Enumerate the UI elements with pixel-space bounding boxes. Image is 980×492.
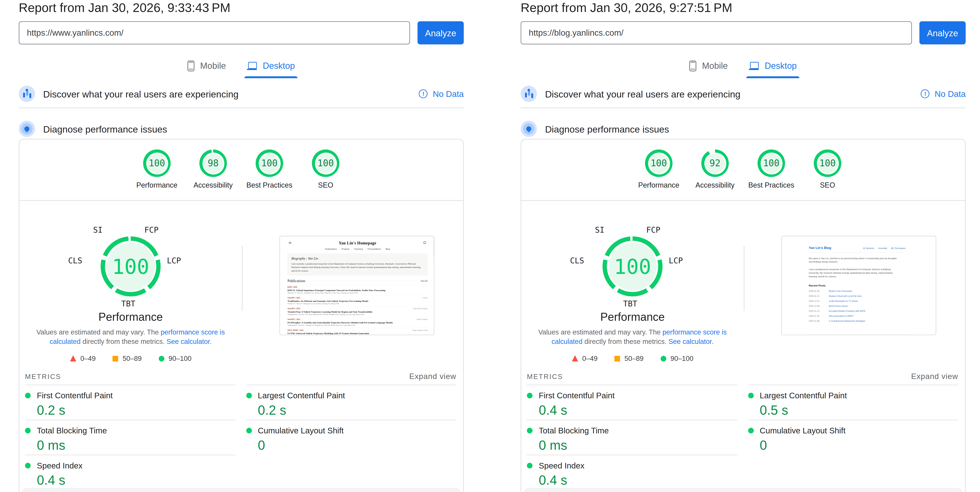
- score-ring: 100: [814, 150, 842, 177]
- metric-name: Largest Contentful Paint: [760, 391, 847, 400]
- screenshot-column: ✉ Yan Lin's Homepage Publications Projec…: [242, 201, 464, 371]
- score-seo[interactable]: 100 SEO: [298, 150, 354, 189]
- metric-name: Speed Index: [539, 461, 584, 470]
- page-screenshot-thumbnail[interactable]: ✉ Yan Lin's Homepage Publications Projec…: [279, 236, 434, 335]
- category-scores: 100 Performance 92 Accessibility 100 Bes…: [521, 150, 965, 189]
- url-input[interactable]: [19, 21, 410, 45]
- homepage-mini-preview: ✉ Yan Lin's Homepage Publications Projec…: [280, 236, 434, 335]
- see-calculator-link[interactable]: See calculator.: [668, 338, 713, 345]
- metrics-header-row: METRICS Expand view: [25, 372, 456, 381]
- see-calculator-link[interactable]: See calculator.: [167, 338, 212, 345]
- performance-gauge[interactable]: SI FCP LCP CLS TBT 100: [564, 230, 701, 324]
- next-section-bar[interactable]: [22, 488, 461, 492]
- tab-mobile[interactable]: Mobile: [688, 55, 729, 77]
- tab-desktop[interactable]: Desktop: [246, 55, 296, 77]
- legend-range: 90–100: [670, 355, 693, 362]
- expand-view-button[interactable]: Expand view: [911, 372, 958, 381]
- legend-range: 0–49: [582, 355, 598, 362]
- green-circle-icon: [159, 355, 164, 361]
- score-seo[interactable]: 100 SEO: [799, 150, 856, 189]
- mini-intro-paragraph: My name is Yan Lin, and this is my perso…: [809, 257, 898, 264]
- mini-recent-posts-heading: Recent Posts: [809, 284, 906, 287]
- score-ring: 100: [312, 150, 339, 177]
- score-best-practices[interactable]: 100 Best Practices: [743, 150, 799, 189]
- score-performance[interactable]: 100 Performance: [129, 150, 185, 189]
- url-input[interactable]: [520, 21, 912, 45]
- mini-intro-paragraph: I am a postdoctoral researcher in the De…: [809, 268, 898, 278]
- no-data-link[interactable]: ! No Data: [419, 89, 464, 99]
- gauge-score: 100: [603, 236, 662, 296]
- lighthouse-report-card: 100 Performance 98 Accessibility 100 Bes…: [19, 139, 464, 492]
- analyze-button[interactable]: Analyze: [418, 21, 464, 45]
- laptop-icon: [749, 62, 759, 70]
- legend-average: 50–89: [113, 355, 142, 362]
- score-label: SEO: [820, 181, 835, 189]
- metric-acronym-cls: CLS: [570, 256, 584, 265]
- score-legend: 0–49 50–89 90–100: [521, 355, 744, 362]
- mini-publication: NeurIPS | 2025Poster Preprint PLMTrajRec…: [288, 317, 428, 326]
- mini-nav-item: Projects: [342, 248, 350, 250]
- pass-dot-icon: [527, 428, 533, 433]
- lab-data-row: Diagnose performance issues: [19, 120, 464, 137]
- field-section-heading: Discover what your real users are experi…: [545, 88, 741, 99]
- url-row: Analyze: [520, 21, 966, 45]
- tab-desktop[interactable]: Desktop: [748, 55, 798, 77]
- gauge-ring: 100: [100, 236, 161, 296]
- score-value: 100: [143, 150, 170, 177]
- category-scores: 100 Performance 98 Accessibility 100 Bes…: [19, 150, 463, 189]
- active-tab-underline: [245, 76, 298, 78]
- red-triangle-icon: [70, 355, 76, 361]
- analyze-button[interactable]: Analyze: [920, 21, 966, 45]
- page-screenshot-thumbnail[interactable]: Yan Lin's Blog AI Systems Homelab ML Tec…: [781, 236, 936, 335]
- mini-footer: Homepage GitHub Email © 2026 Yan Lin. Co…: [809, 334, 906, 335]
- mini-post-row: 2025-12-06NixOS Home Server: [809, 305, 906, 307]
- score-label: SEO: [318, 181, 333, 189]
- mini-post-row: 2025-12-10yt-dlp Downloads as TV Shows: [809, 300, 906, 302]
- metric-name: Largest Contentful Paint: [258, 391, 345, 400]
- disclaimer-text: Values are estimated and may vary. The: [37, 328, 161, 336]
- metric-value: 0 ms: [37, 438, 235, 453]
- gauge-ring: 100: [603, 236, 662, 296]
- score-best-practices[interactable]: 100 Best Practices: [241, 150, 298, 189]
- mini-post-row: 2025-11-19Encoding Relative Positions wi…: [809, 310, 906, 312]
- disclaimer-text: Values are estimated and may vary. The: [538, 328, 662, 336]
- disclaimer-text: directly from these metrics.: [582, 338, 668, 345]
- metric-acronym-fcp: FCP: [145, 225, 159, 235]
- pass-dot-icon: [246, 428, 251, 433]
- next-section-bar[interactable]: [524, 488, 963, 492]
- performance-gauge-column: SI FCP LCP CLS TBT 100 Performance Value…: [521, 201, 744, 371]
- score-ring: 100: [143, 150, 170, 177]
- metric-acronym-si: SI: [595, 225, 605, 235]
- pass-dot-icon: [25, 463, 30, 468]
- lab-section-heading: Diagnose performance issues: [43, 124, 167, 134]
- tab-mobile[interactable]: Mobile: [186, 55, 227, 77]
- metric-value: 0.2 s: [258, 403, 456, 418]
- score-value: 92: [701, 150, 729, 177]
- mini-bio-text: I am currently a postdoctoral researcher…: [291, 262, 424, 273]
- metric-name: First Contentful Paint: [539, 391, 615, 400]
- gauge-title: Performance: [19, 311, 242, 324]
- green-circle-icon: [660, 355, 666, 361]
- mini-pub-heading: Publications: [288, 279, 305, 283]
- score-label: Best Practices: [748, 181, 794, 189]
- score-value: 100: [256, 150, 283, 177]
- metric-name: Cumulative Layout Shift: [760, 426, 846, 435]
- mini-publication: IEEE TKDE | 2025Paper Preprint Code UVTM…: [288, 328, 428, 335]
- metric-name: Total Blocking Time: [37, 426, 107, 435]
- legend-pass: 90–100: [159, 355, 191, 362]
- score-accessibility[interactable]: 98 Accessibility: [185, 150, 241, 189]
- mini-publications-header: Publications View All: [288, 279, 428, 283]
- pass-dot-icon: [527, 463, 533, 468]
- score-label: Performance: [136, 181, 178, 189]
- score-label: Accessibility: [695, 181, 735, 189]
- score-value: 98: [199, 150, 227, 177]
- legend-range: 0–49: [80, 355, 95, 362]
- performance-gauge[interactable]: SI FCP LCP CLS TBT 100: [62, 230, 199, 324]
- expand-view-button[interactable]: Expand view: [409, 372, 456, 381]
- active-tab-underline: [746, 76, 799, 78]
- score-accessibility[interactable]: 92 Accessibility: [687, 150, 743, 189]
- metrics-heading: METRICS: [527, 373, 563, 380]
- no-data-link[interactable]: ! No Data: [921, 89, 966, 99]
- score-performance[interactable]: 100 Performance: [630, 150, 687, 189]
- metric-value: 0: [760, 438, 958, 453]
